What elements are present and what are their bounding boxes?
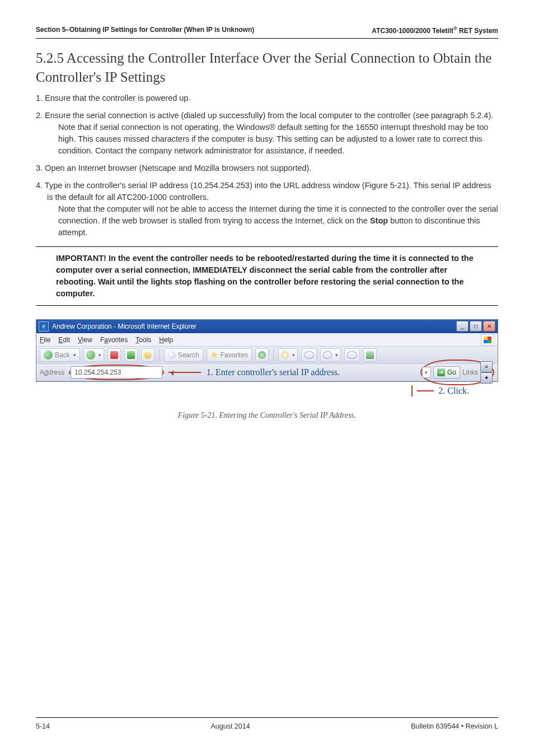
figure-caption: Figure 5-21. Entering the Controller's S… <box>36 411 498 420</box>
menu-help[interactable]: Help <box>159 336 173 344</box>
print-icon <box>323 351 332 359</box>
running-header-right: ATC300-1000/2000 Teletilt® RET System <box>372 26 498 35</box>
address-label: Address <box>40 368 64 376</box>
minimize-button[interactable]: _ <box>456 321 469 332</box>
toolbar-separator-2 <box>273 349 274 361</box>
search-button[interactable]: Search <box>164 348 203 362</box>
step-4: 4. Type in the controller's serial IP ad… <box>36 180 498 239</box>
annotation-2-text: 2. Click. <box>438 386 469 396</box>
running-header: Section 5–Obtaining IP Settings for Cont… <box>36 26 498 39</box>
toolbar-separator <box>159 349 160 361</box>
stop-icon <box>110 351 118 359</box>
home-button[interactable] <box>141 348 154 362</box>
media-icon <box>258 351 266 359</box>
history-button[interactable]: ▾ <box>278 348 298 362</box>
go-button[interactable]: ➔Go <box>433 366 460 379</box>
mail-icon <box>304 351 314 359</box>
messenger-button[interactable] <box>363 348 377 362</box>
ie-icon: e <box>39 321 49 332</box>
favorites-button[interactable]: Favorites <box>207 348 252 362</box>
window-title: Andrew Corporation - Microsoft Internet … <box>52 323 196 330</box>
annotation-2: 2. Click. <box>36 385 469 396</box>
stop-button[interactable] <box>107 348 121 362</box>
links-label[interactable]: Links <box>462 368 478 376</box>
maximize-button[interactable]: □ <box>470 321 482 332</box>
section-title: 5.2.5 Accessing the Controller Interface… <box>36 49 498 87</box>
print-button[interactable]: ▾ <box>320 348 341 362</box>
mail-button[interactable] <box>301 348 317 362</box>
annotation-2-connector-v <box>411 385 413 396</box>
annotation-2-connector-h <box>417 390 434 391</box>
step-2: 2. Ensure the serial connection is activ… <box>36 110 498 157</box>
search-icon <box>168 351 176 359</box>
edit-icon <box>347 351 357 359</box>
window-buttons: _ □ ✕ <box>456 321 495 332</box>
menu-view[interactable]: View <box>78 336 92 344</box>
titlebar: e Andrew Corporation - Microsoft Interne… <box>36 320 498 333</box>
menu-edit[interactable]: Edit <box>58 336 70 344</box>
back-button[interactable]: Back▾ <box>40 348 80 362</box>
home-icon <box>144 351 152 359</box>
links-chevron-icon[interactable]: » <box>480 361 493 372</box>
annotation-arrow-icon <box>168 372 201 373</box>
page-footer: 5-14 August 2014 Bulletin 639544 • Revis… <box>36 717 498 730</box>
annotation-oval-address: 10.254.254.253 <box>69 365 164 380</box>
running-header-left: Section 5–Obtaining IP Settings for Cont… <box>36 26 254 35</box>
go-icon: ➔ <box>437 368 445 376</box>
favorites-icon <box>210 351 218 359</box>
step-1: 1. Ensure that the controller is powered… <box>36 92 498 104</box>
links-extra-button[interactable]: ✦ <box>480 372 493 384</box>
throbber-icon <box>481 334 494 346</box>
close-button[interactable]: ✕ <box>483 321 495 332</box>
important-text: IMPORTANT! In the event the controller n… <box>56 253 478 300</box>
footer-date: August 2014 <box>50 722 411 730</box>
annotation-1: 1. Enter controller's serial IP address. <box>168 367 340 377</box>
annotation-1-text: 1. Enter controller's serial IP address. <box>207 367 340 377</box>
menu-tools[interactable]: Tools <box>135 336 151 344</box>
history-icon <box>281 351 289 359</box>
annotation-oval-go: ▾ ➔Go Links » ✦ <box>420 360 494 385</box>
browser-window: e Andrew Corporation - Microsoft Interne… <box>36 319 498 382</box>
address-input[interactable]: 10.254.254.253 <box>71 366 162 379</box>
back-icon <box>44 351 53 360</box>
links-buttons: » ✦ <box>480 361 493 384</box>
footer-bulletin: Bulletin 639544 • Revision L <box>411 722 498 730</box>
refresh-icon <box>127 351 135 359</box>
toolbar: Back▾ ▾ Search Favorites ▾ ▾ <box>36 347 498 364</box>
address-dropdown[interactable]: ▾ <box>422 367 431 378</box>
step-3: 3. Open an Internet browser (Netscape an… <box>36 162 498 174</box>
forward-button[interactable]: ▾ <box>83 348 104 362</box>
important-callout: IMPORTANT! In the event the controller n… <box>36 246 498 306</box>
media-button[interactable] <box>255 348 269 362</box>
menu-favorites[interactable]: Favorites <box>100 336 128 344</box>
forward-icon <box>86 351 95 360</box>
refresh-button[interactable] <box>124 348 138 362</box>
edit-button[interactable] <box>344 348 360 362</box>
messenger-icon <box>366 351 374 359</box>
step-list: 1. Ensure that the controller is powered… <box>36 92 498 239</box>
address-bar: Address 10.254.254.253 1. Enter controll… <box>36 364 498 381</box>
menu-file[interactable]: File <box>40 336 50 344</box>
menu-bar: File Edit View Favorites Tools Help <box>36 333 498 347</box>
footer-page-number: 5-14 <box>36 722 50 730</box>
